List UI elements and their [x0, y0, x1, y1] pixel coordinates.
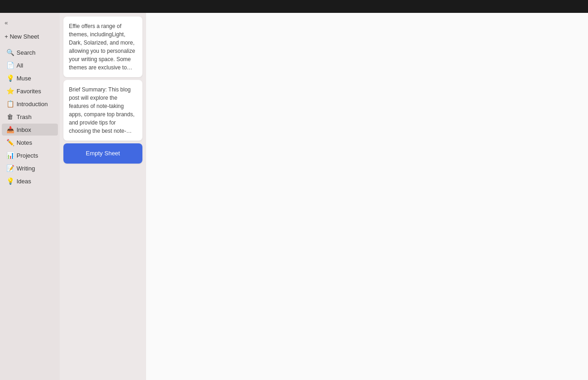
new-sheet-button[interactable]: + New Sheet	[0, 31, 60, 42]
all-icon: 📄	[6, 62, 14, 69]
notes-panel: Effie offers a range of themes, includin…	[60, 13, 146, 380]
sidebar-item-label: Trash	[17, 113, 32, 120]
sidebar-item-label: Favorites	[17, 88, 41, 95]
trash-icon: 🗑	[6, 113, 14, 120]
sidebar-item-label: Projects	[17, 152, 38, 159]
note-card-3[interactable]: Empty Sheet	[63, 143, 142, 164]
sidebar: « + New Sheet 🔍 Search 📄 All 💡 Muse ⭐ Fa…	[0, 13, 60, 380]
note-title-3: Empty Sheet	[69, 149, 137, 158]
inbox-icon: 📥	[6, 126, 14, 133]
search-icon: 🔍	[6, 49, 14, 56]
note-text-1: Effie offers a range of themes, includin…	[69, 22, 137, 72]
ideas-icon: 💡	[6, 177, 14, 185]
sidebar-item-all[interactable]: 📄 All	[2, 59, 58, 71]
notes-icon: ✏️	[6, 139, 14, 146]
note-card-1[interactable]: Effie offers a range of themes, includin…	[63, 17, 142, 77]
projects-icon: 📊	[6, 152, 14, 159]
sidebar-item-projects[interactable]: 📊 Projects	[2, 149, 58, 161]
sidebar-item-trash[interactable]: 🗑 Trash	[2, 111, 58, 123]
favorites-icon: ⭐	[6, 87, 14, 95]
sidebar-item-label: Notes	[17, 139, 32, 146]
sidebar-item-label: Introduction	[17, 101, 48, 108]
note-text-2: Brief Summary: This blog post will explo…	[69, 85, 137, 135]
sidebar-item-label: Writing	[17, 165, 35, 172]
titlebar	[0, 0, 588, 13]
muse-icon: 💡	[6, 74, 14, 82]
sidebar-item-favorites[interactable]: ⭐ Favorites	[2, 85, 58, 97]
sidebar-item-muse[interactable]: 💡 Muse	[2, 72, 58, 84]
sidebar-item-label: Inbox	[17, 126, 31, 133]
writing-icon: 📝	[6, 164, 14, 172]
sidebar-item-label: Ideas	[17, 178, 31, 185]
sidebar-item-writing[interactable]: 📝 Writing	[2, 162, 58, 174]
collapse-button[interactable]: «	[0, 17, 60, 29]
sidebar-item-search[interactable]: 🔍 Search	[2, 46, 58, 58]
sidebar-item-label: Search	[17, 49, 35, 56]
sidebar-item-introduction[interactable]: 📋 Introduction	[2, 98, 58, 110]
introduction-icon: 📋	[6, 100, 14, 108]
sidebar-item-inbox[interactable]: 📥 Inbox	[2, 124, 58, 136]
main-container: « + New Sheet 🔍 Search 📄 All 💡 Muse ⭐ Fa…	[0, 13, 588, 380]
sidebar-item-notes[interactable]: ✏️ Notes	[2, 136, 58, 148]
sidebar-item-label: Muse	[17, 75, 31, 82]
sidebar-item-label: All	[17, 62, 23, 69]
note-card-2[interactable]: Brief Summary: This blog post will explo…	[63, 80, 142, 141]
sidebar-item-ideas[interactable]: 💡 Ideas	[2, 175, 58, 187]
main-content	[146, 13, 588, 380]
